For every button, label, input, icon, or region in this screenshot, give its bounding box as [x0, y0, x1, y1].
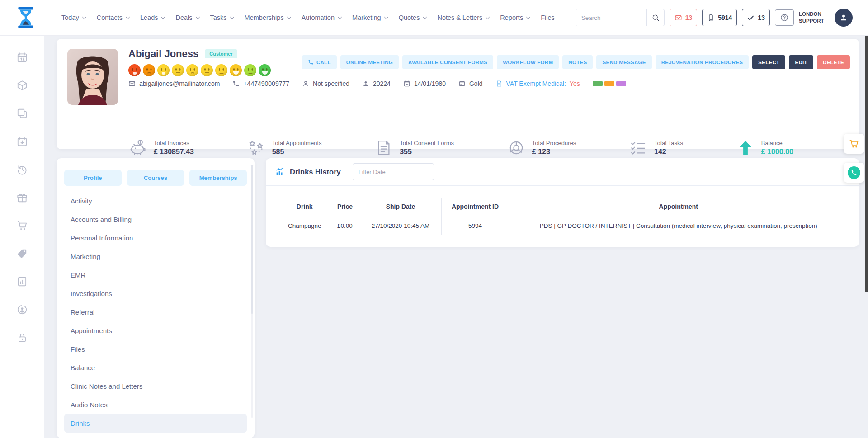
menu-item[interactable]: Drinks — [64, 414, 247, 433]
action-button[interactable]: ONLINE MEETING — [340, 55, 399, 69]
mood-face-icon[interactable] — [259, 64, 271, 76]
nav-item[interactable]: Deals — [175, 14, 199, 21]
account-name: LONDON SUPPORT — [799, 11, 830, 24]
action-button-label: AVAILABLE CONSENT FORMS — [408, 60, 487, 65]
menu-item-label: Accounts and Billing — [71, 216, 132, 223]
mood-face-icon[interactable] — [244, 64, 256, 76]
action-button[interactable]: CALL — [302, 55, 337, 69]
menu-item[interactable]: Audio Notes — [64, 396, 247, 414]
package-icon[interactable] — [12, 76, 33, 95]
phone-float-button[interactable] — [844, 163, 864, 183]
action-button[interactable]: REJUVENATION PROCEDURES — [656, 55, 749, 69]
panel-tab[interactable]: Courses — [127, 170, 184, 186]
mood-face-icon[interactable] — [157, 64, 170, 76]
menu-item[interactable]: EMR — [64, 266, 247, 284]
panel-tab[interactable]: Memberships — [189, 170, 247, 186]
search-group — [576, 9, 665, 26]
customer-photo[interactable] — [67, 49, 118, 105]
mail-icon — [675, 14, 682, 22]
phone-badge[interactable]: 5914 — [702, 9, 737, 26]
menu-item[interactable]: Accounts and Billing — [64, 210, 247, 229]
help-button[interactable] — [775, 9, 794, 26]
menu-item[interactable]: Activity — [64, 192, 247, 210]
nav-item-label: Reports — [500, 14, 523, 21]
gift-icon[interactable] — [12, 188, 33, 207]
action-button[interactable]: EDIT — [789, 55, 813, 69]
copy-icon[interactable] — [12, 104, 33, 123]
top-navbar: Today Contacts Leads Deals Tasks — [0, 0, 868, 35]
calendar-icon[interactable] — [12, 48, 33, 67]
menu-item[interactable]: Clinic Notes and Letters — [64, 377, 247, 396]
nav-item[interactable]: Quotes — [399, 14, 427, 21]
lock-icon[interactable] — [12, 328, 33, 347]
panel-tab[interactable]: Profile — [64, 170, 122, 186]
action-button[interactable]: AVAILABLE CONSENT FORMS — [402, 55, 493, 69]
mood-face-icon[interactable] — [215, 64, 227, 76]
email-value[interactable]: abigailjones@mailinator.com — [139, 80, 220, 87]
call-icon — [232, 80, 240, 87]
menu-item-label: Personal Information — [71, 234, 133, 242]
page-scrollbar[interactable] — [865, 0, 868, 292]
action-button[interactable]: WORKFLOW FORM — [497, 55, 559, 69]
mood-face-icon[interactable] — [172, 64, 184, 76]
menu-item[interactable]: Appointments — [64, 321, 247, 340]
mood-face-icon[interactable] — [128, 64, 141, 76]
stat-value: £ 123 — [532, 148, 576, 156]
nav-item[interactable]: Tasks — [210, 14, 234, 21]
piggy-icon — [128, 138, 147, 157]
column-header: Ship Date — [360, 198, 441, 216]
schedule-icon[interactable] — [12, 132, 33, 151]
search-input[interactable] — [576, 9, 646, 26]
nav-item[interactable]: Reports — [500, 14, 530, 21]
account-sync-icon[interactable] — [12, 300, 33, 319]
menu-item[interactable]: Referral — [64, 303, 247, 321]
menu-item-label: Referral — [71, 308, 94, 316]
action-button[interactable]: SELECT — [752, 55, 785, 69]
menu-item[interactable]: Balance — [64, 358, 247, 377]
nav-item[interactable]: Notes & Letters — [437, 14, 489, 21]
panel-scrollbar-thumb[interactable] — [251, 165, 253, 314]
mail-badge[interactable]: 13 — [670, 9, 698, 26]
stat-item: Total Appointments 585 — [247, 138, 322, 157]
card-divider — [128, 131, 854, 131]
nav-item[interactable]: Today — [61, 14, 86, 21]
nav-item[interactable]: Memberships — [245, 14, 291, 21]
nav-item[interactable]: Marketing — [352, 14, 388, 21]
nav-item[interactable]: Automation — [302, 14, 341, 21]
price-tag-icon[interactable] — [12, 244, 33, 263]
menu-item[interactable]: Investigations — [64, 284, 247, 303]
cart-float-button[interactable] — [844, 134, 864, 154]
history-icon[interactable] — [12, 160, 33, 179]
search-button[interactable] — [646, 9, 665, 26]
mood-face-icon[interactable] — [186, 64, 198, 76]
menu-item[interactable]: Marketing — [64, 247, 247, 266]
menu-item[interactable]: Files — [64, 340, 247, 358]
contact-info-row: abigailjones@mailinator.com +44749000977… — [128, 80, 626, 87]
action-button-label: NOTES — [568, 60, 587, 65]
menu-item[interactable]: Personal Information — [64, 229, 247, 247]
nav-item[interactable]: Contacts — [97, 14, 129, 21]
action-button[interactable]: NOTES — [562, 55, 593, 69]
phone-value[interactable]: +447490009777 — [243, 80, 289, 87]
nav-item[interactable]: Leads — [140, 14, 165, 21]
stat-value: 142 — [654, 148, 683, 156]
nav-item[interactable]: Files — [541, 14, 555, 21]
mood-face-icon[interactable] — [230, 64, 242, 76]
call-icon — [308, 59, 314, 65]
filter-date-input[interactable] — [353, 163, 434, 180]
action-button[interactable]: SEND MESSAGE — [596, 55, 651, 69]
cart-icon[interactable] — [12, 216, 33, 235]
menu-item-label: Investigations — [71, 290, 112, 297]
report-icon[interactable] — [12, 272, 33, 291]
user-avatar[interactable] — [835, 9, 853, 27]
mood-face-icon[interactable] — [201, 64, 213, 76]
tasks-badge[interactable]: 13 — [742, 9, 770, 26]
nav-item-label: Notes & Letters — [437, 14, 482, 21]
action-button[interactable]: DELETE — [817, 55, 850, 69]
drinks-history-header: Drinks History — [266, 158, 859, 186]
drinks-history-title: Drinks History — [290, 168, 341, 176]
gender-value: Not specified — [313, 80, 349, 87]
app-logo-icon[interactable] — [16, 6, 35, 29]
mobile-icon — [707, 14, 715, 22]
mood-face-icon[interactable] — [143, 64, 155, 76]
